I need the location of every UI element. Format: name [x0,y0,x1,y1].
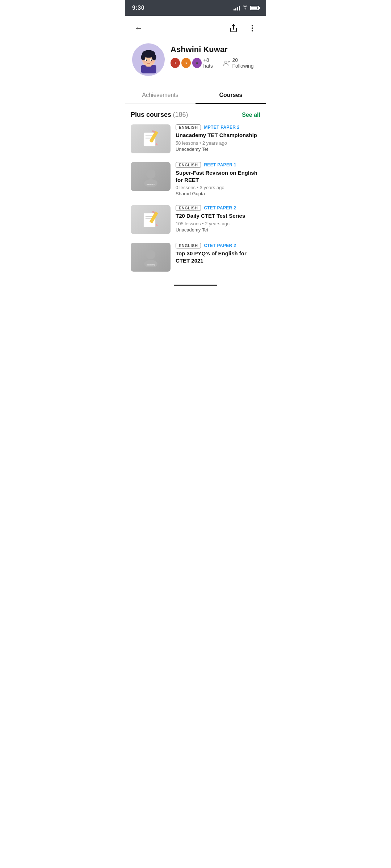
back-arrow-icon: ← [135,24,143,33]
status-time: 9:30 [132,5,144,11]
course-instructor: Unacademy Tet [176,227,260,233]
svg-point-13 [146,59,147,61]
course-list: ENGLISH MPTET PAPER 2 Unacademy TET Cham… [131,124,260,272]
category-tag: MPTET PAPER 2 [204,125,239,130]
section-title-group: Plus courses (186) [131,111,188,119]
course-meta: 58 lessons • 2 years ago [176,140,260,146]
svg-point-39 [146,250,155,259]
header: ← [125,16,266,41]
header-actions [227,22,259,35]
svg-point-16 [151,61,154,63]
avatar-container [132,43,165,76]
course-meta: 105 lessons • 2 years ago [176,221,260,226]
person-icon: unacademy [141,167,161,187]
category-tag: CTET PAPER 2 [204,243,236,248]
course-info: ENGLISH CTET PAPER 2 T20 Daily CTET Test… [176,205,260,234]
language-tag: ENGLISH [176,205,201,211]
pencil-icon [141,129,161,149]
badge-1: T [171,58,180,68]
svg-point-2 [252,27,253,29]
profile-section: Ashwini Kuwar T ★ [125,41,266,83]
pencil-icon [141,210,161,230]
category-tag: CTET PAPER 2 [204,205,236,210]
signal-icon [234,5,240,10]
course-thumbnail [131,205,171,234]
status-bar: 9:30 [125,0,266,16]
hats-count: +8 hats [203,57,219,69]
course-title: Unacademy TET Championship [176,132,260,139]
badge-2: ★ [181,58,191,68]
pencil-thumbnail [131,205,171,234]
svg-point-15 [143,61,146,63]
svg-point-1 [252,25,253,26]
scroll-bar [174,285,217,286]
tab-courses[interactable]: Courses [196,87,266,103]
pencil-thumbnail [131,124,171,153]
back-button[interactable]: ← [132,22,145,35]
person-icon: unacademy [141,247,161,267]
section-count: (186) [173,111,188,118]
share-icon [229,24,238,33]
language-tag: ENGLISH [176,162,201,168]
course-item[interactable]: unacademy ENGLISH REET PAPER 1 Super-Fas… [131,162,260,196]
scroll-indicator [125,282,266,292]
course-item[interactable]: unacademy ENGLISH CTET PAPER 2 Top 30 PY… [131,243,260,272]
avatar [132,43,165,76]
person-thumbnail: unacademy [131,162,171,191]
badges-container: T ★ 🎓 +8 hats [171,57,219,69]
svg-text:T: T [175,61,176,65]
course-tags: ENGLISH MPTET PAPER 2 [176,124,260,130]
course-instructor: Sharad Gupta [176,191,260,196]
content-area: Plus courses (186) See all [125,104,266,282]
status-icons [234,5,259,11]
svg-text:★: ★ [185,62,188,64]
battery-icon [250,6,259,10]
svg-point-30 [146,169,155,179]
category-tag: REET PAPER 1 [204,162,236,167]
svg-point-31 [144,179,157,186]
svg-point-3 [252,30,253,31]
person-thumbnail: unacademy [131,243,171,272]
course-title: Top 30 PYQ's of English for CTET 2021 [176,250,260,264]
avatar-illustration [135,46,162,73]
tab-achievements[interactable]: Achievements [125,87,196,103]
section-title: Plus courses [131,111,171,118]
course-info: ENGLISH MPTET PAPER 2 Unacademy TET Cham… [176,124,260,153]
course-item[interactable]: ENGLISH MPTET PAPER 2 Unacademy TET Cham… [131,124,260,153]
section-header: Plus courses (186) See all [131,111,260,119]
svg-text:unacademy: unacademy [146,183,155,185]
svg-point-23 [225,61,227,63]
svg-marker-37 [155,224,158,226]
course-tags: ENGLISH REET PAPER 1 [176,162,260,168]
wifi-icon [242,5,248,11]
course-thumbnail: unacademy [131,243,171,272]
see-all-button[interactable]: See all [242,112,260,118]
language-tag: ENGLISH [176,243,201,248]
course-instructor: Unacademy Tet [176,146,260,152]
svg-point-9 [141,54,145,60]
course-item[interactable]: ENGLISH CTET PAPER 2 T20 Daily CTET Test… [131,205,260,234]
svg-marker-28 [155,143,158,145]
course-info: ENGLISH CTET PAPER 2 Top 30 PYQ's of Eng… [176,243,260,272]
svg-point-10 [152,54,156,60]
tabs-container: Achievements Courses [125,87,266,104]
course-info: ENGLISH REET PAPER 1 Super-Fast Revision… [176,162,260,196]
profile-meta: T ★ 🎓 +8 hats [171,57,259,69]
following-text: 20 Following [232,57,259,69]
badge-3: 🎓 [192,58,202,68]
more-options-button[interactable] [246,22,259,35]
svg-point-14 [151,59,152,61]
following-container[interactable]: 20 Following [223,57,259,69]
profile-info: Ashwini Kuwar T ★ [171,43,259,69]
course-meta: 0 lessons • 3 years ago [176,185,260,190]
course-tags: ENGLISH CTET PAPER 2 [176,243,260,248]
course-thumbnail [131,124,171,153]
language-tag: ENGLISH [176,124,201,130]
profile-name: Ashwini Kuwar [171,45,259,54]
share-button[interactable] [227,22,240,35]
svg-text:🎓: 🎓 [196,61,199,65]
course-thumbnail: unacademy [131,162,171,191]
course-title: Super-Fast Revision on English for REET [176,169,260,183]
course-title: T20 Daily CTET Test Series [176,212,260,220]
following-icon [223,60,230,66]
